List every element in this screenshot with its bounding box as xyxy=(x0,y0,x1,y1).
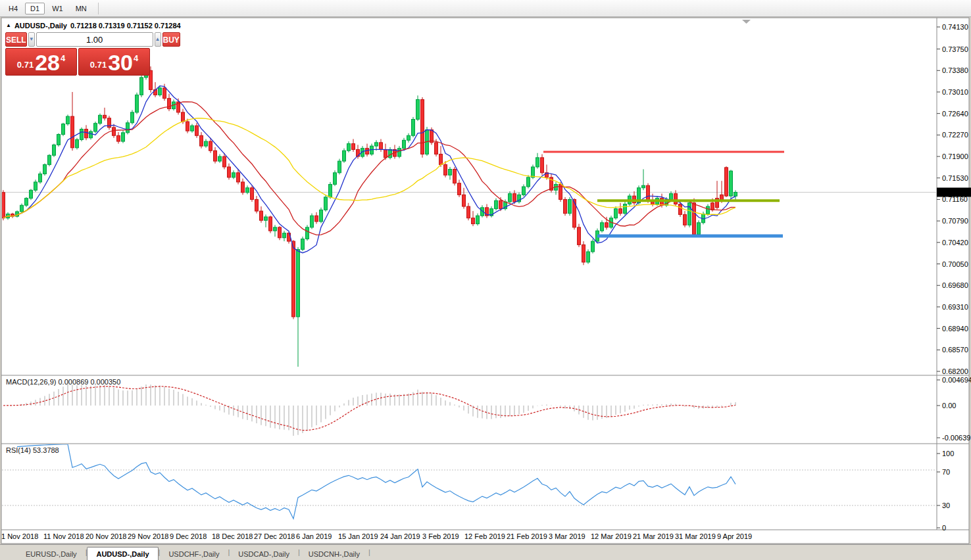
svg-text:70: 70 xyxy=(942,468,950,476)
timeframe-h4-button[interactable]: H4 xyxy=(3,3,23,14)
svg-text:0.00: 0.00 xyxy=(942,402,956,409)
svg-text:12 Mar 2019: 12 Mar 2019 xyxy=(591,532,632,540)
svg-text:3 Mar 2019: 3 Mar 2019 xyxy=(549,532,585,540)
svg-text:9 Apr 2019: 9 Apr 2019 xyxy=(717,532,752,540)
tab-usdchf[interactable]: USDCHF-,Daily xyxy=(160,548,228,560)
buy-price-big: 30 xyxy=(108,53,133,73)
svg-text:27 Dec 2018: 27 Dec 2018 xyxy=(254,532,295,540)
svg-text:30: 30 xyxy=(942,502,950,509)
svg-text:0.72640: 0.72640 xyxy=(942,110,968,118)
svg-text:24 Jan 2019: 24 Jan 2019 xyxy=(380,532,420,540)
svg-text:29 Nov 2018: 29 Nov 2018 xyxy=(128,532,168,540)
svg-text:0.69310: 0.69310 xyxy=(942,303,968,311)
svg-text:31 Mar 2019: 31 Mar 2019 xyxy=(675,532,716,540)
timeframe-mn-button[interactable]: MN xyxy=(70,3,92,14)
svg-text:12 Feb 2019: 12 Feb 2019 xyxy=(464,532,505,540)
volume-input[interactable] xyxy=(36,32,153,47)
timeframe-d1-button[interactable]: D1 xyxy=(25,3,45,14)
svg-text:21 Feb 2019: 21 Feb 2019 xyxy=(507,532,547,540)
rsi-label: RSI(14) 53.3788 xyxy=(6,446,59,454)
svg-text:0.72270: 0.72270 xyxy=(942,131,968,139)
svg-text:9 Dec 2018: 9 Dec 2018 xyxy=(170,532,207,540)
sell-price-pipette: 4 xyxy=(61,53,65,63)
rsi-name: RSI(14) xyxy=(6,446,31,454)
svg-text:0.68200: 0.68200 xyxy=(942,367,968,375)
timeframe-w1-button[interactable]: W1 xyxy=(47,3,68,14)
svg-text:0: 0 xyxy=(942,524,946,532)
svg-text:0.73750: 0.73750 xyxy=(942,45,968,53)
svg-text:1 Nov 2018: 1 Nov 2018 xyxy=(1,532,38,540)
tab-audusd[interactable]: AUDUSD-,Daily xyxy=(87,547,158,560)
date-axis[interactable]: 1 Nov 201811 Nov 201820 Nov 201829 Nov 2… xyxy=(1,532,752,540)
chart-title: ▲ AUDUSD-,Daily 0.71218 0.71319 0.71152 … xyxy=(6,22,181,30)
buy-price-prefix: 0.71 xyxy=(90,60,107,70)
svg-text:20 Nov 2018: 20 Nov 2018 xyxy=(86,532,126,540)
trading-app: { "toolbar": {"items": [ {"label": "H4",… xyxy=(0,0,971,560)
timeframe-toolbar: H4 D1 W1 MN xyxy=(0,0,971,17)
svg-text:0.71530: 0.71530 xyxy=(942,174,968,182)
svg-text:0.70420: 0.70420 xyxy=(942,239,968,246)
volume-decrease-button[interactable]: ▼ xyxy=(28,32,35,47)
svg-text:0.73380: 0.73380 xyxy=(942,66,968,74)
svg-text:0.68570: 0.68570 xyxy=(942,346,968,354)
tab-usdcnh[interactable]: USDCNH-,Daily xyxy=(300,548,368,560)
current-price-tag-text: 0.71284 xyxy=(939,188,966,196)
buy-price-pipette: 4 xyxy=(134,53,138,63)
svg-text:11 Nov 2018: 11 Nov 2018 xyxy=(43,532,84,540)
ohlc-values: 0.71218 0.71319 0.71152 0.71284 xyxy=(70,22,181,30)
svg-text:21 Mar 2019: 21 Mar 2019 xyxy=(633,532,674,540)
svg-text:3 Feb 2019: 3 Feb 2019 xyxy=(422,532,459,540)
svg-text:0.71900: 0.71900 xyxy=(942,152,968,160)
chart-canvas[interactable]: 0.741300.737500.733800.730100.726400.722… xyxy=(0,0,971,560)
collapse-triangle-icon[interactable]: ▲ xyxy=(6,23,11,28)
macd-current-values: 0.000869 0.000350 xyxy=(58,378,120,386)
macd-name: MACD(12,26,9) xyxy=(6,378,56,386)
one-click-trade-panel: SELL ▼ ▲ BUY 0.71 28 4 0.71 30 4 xyxy=(5,32,151,76)
svg-text:15 Jan 2019: 15 Jan 2019 xyxy=(338,532,378,540)
sell-price-big: 28 xyxy=(35,53,60,73)
symbol-tabbar: EURUSD-,Daily | AUDUSD-,Daily | USDCHF-,… xyxy=(0,544,971,560)
tab-eurusd[interactable]: EURUSD-,Daily xyxy=(17,548,86,560)
svg-text:-0.00639: -0.00639 xyxy=(942,434,970,442)
buy-button[interactable]: BUY xyxy=(162,32,180,47)
tab-separator: | xyxy=(368,548,370,556)
toolbar-separator xyxy=(98,3,99,14)
sell-price-prefix: 0.71 xyxy=(17,60,34,70)
symbol-period-label: AUDUSD-,Daily xyxy=(14,22,67,30)
svg-text:0.70050: 0.70050 xyxy=(942,260,968,268)
svg-text:0.004694: 0.004694 xyxy=(942,376,971,384)
buy-price-box[interactable]: 0.71 30 4 xyxy=(78,48,150,76)
rsi-current-value: 53.3788 xyxy=(33,446,59,454)
svg-text:0.74130: 0.74130 xyxy=(942,23,968,31)
svg-text:0.69680: 0.69680 xyxy=(942,281,968,289)
svg-text:0.73010: 0.73010 xyxy=(942,88,968,96)
tab-usdcad[interactable]: USDCAD-,Daily xyxy=(230,548,298,560)
sell-price-box[interactable]: 0.71 28 4 xyxy=(5,48,77,76)
sell-button[interactable]: SELL xyxy=(5,32,27,47)
svg-text:100: 100 xyxy=(942,450,954,457)
svg-text:0.70790: 0.70790 xyxy=(942,217,968,225)
macd-label: MACD(12,26,9) 0.000869 0.000350 xyxy=(6,378,120,386)
svg-text:6 Jan 2019: 6 Jan 2019 xyxy=(296,532,332,540)
volume-increase-button[interactable]: ▲ xyxy=(155,32,161,47)
svg-text:0.68940: 0.68940 xyxy=(942,325,968,333)
svg-text:18 Dec 2018: 18 Dec 2018 xyxy=(212,532,253,540)
